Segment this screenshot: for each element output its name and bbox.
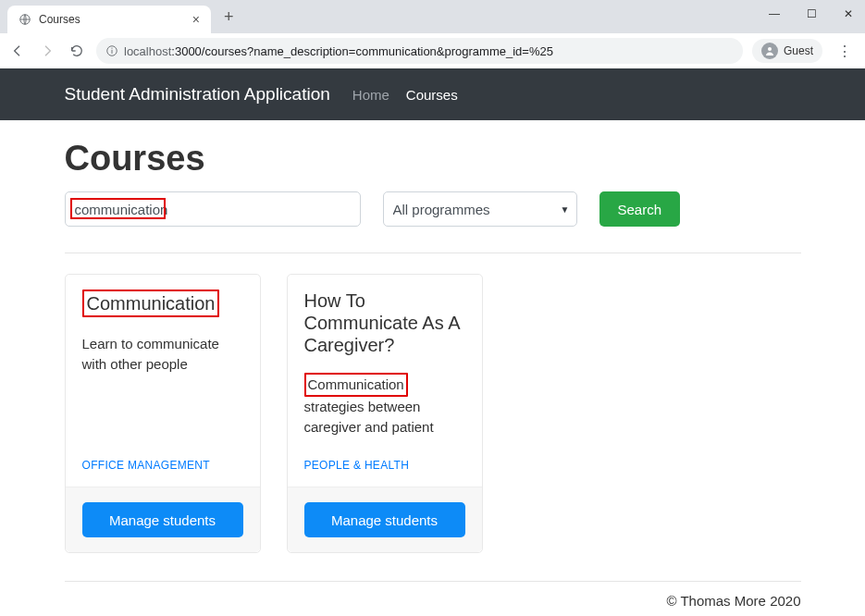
back-button[interactable]	[7, 41, 28, 61]
address-bar: localhost:3000/courses?name_description=…	[0, 33, 865, 68]
manage-students-button[interactable]: Manage students	[304, 502, 465, 537]
course-card: How To Communicate As A Caregiver? Commu…	[287, 274, 483, 553]
app-navbar: Student Administration Application Home …	[0, 68, 865, 120]
brand[interactable]: Student Administration Application	[65, 84, 330, 105]
course-title: How To Communicate As A Caregiver?	[304, 290, 465, 356]
course-tag[interactable]: OFFICE MANAGEMENT	[82, 459, 243, 472]
course-tag[interactable]: PEOPLE & HEALTH	[304, 459, 465, 472]
course-card: Communication Learn to communicate with …	[65, 274, 261, 553]
close-window-icon[interactable]: ✕	[835, 4, 861, 24]
browser-tab[interactable]: Courses ×	[7, 6, 211, 33]
url-host: localhost	[124, 44, 171, 58]
card-footer: Manage students	[66, 487, 260, 552]
close-tab-icon[interactable]: ×	[192, 12, 200, 27]
page-container: Courses All programmes ▼ Search Communic…	[54, 120, 812, 616]
nav-link-courses[interactable]: Courses	[406, 87, 458, 103]
info-icon	[105, 44, 118, 57]
guest-pill[interactable]: Guest	[752, 39, 822, 63]
reload-button[interactable]	[67, 41, 87, 61]
url-path: :3000/courses?name_description=communica…	[171, 44, 553, 58]
footer-text: © Thomas More 2020	[65, 582, 801, 616]
browser-menu-icon[interactable]: ⋮	[832, 43, 858, 60]
highlight-box: Communication	[82, 290, 220, 317]
tab-title: Courses	[39, 13, 80, 26]
search-input[interactable]	[65, 191, 361, 227]
course-title: Communication	[82, 290, 243, 317]
programme-select[interactable]: All programmes	[383, 191, 577, 227]
forward-button[interactable]	[37, 41, 57, 61]
globe-icon	[19, 13, 31, 26]
avatar-icon	[761, 43, 778, 59]
svg-point-4	[768, 47, 772, 51]
programme-select-wrap: All programmes ▼	[383, 191, 577, 227]
url-box[interactable]: localhost:3000/courses?name_description=…	[96, 38, 743, 64]
svg-point-3	[111, 48, 112, 49]
minimize-icon[interactable]: —	[761, 4, 787, 24]
search-input-wrap	[65, 191, 361, 227]
search-button[interactable]: Search	[599, 191, 681, 227]
divider	[65, 253, 801, 253]
tab-bar: Courses × + — ☐ ✕	[0, 0, 865, 33]
new-tab-button[interactable]: +	[218, 6, 240, 29]
browser-chrome: Courses × + — ☐ ✕ localhost:3000/courses…	[0, 0, 865, 68]
maximize-icon[interactable]: ☐	[798, 4, 824, 24]
course-description: Communication strategies between caregiv…	[304, 373, 465, 437]
nav-link-home[interactable]: Home	[352, 87, 389, 103]
window-controls: — ☐ ✕	[761, 4, 861, 24]
page-title: Courses	[65, 139, 801, 179]
search-row: All programmes ▼ Search	[65, 191, 801, 227]
card-footer: Manage students	[288, 487, 482, 552]
manage-students-button[interactable]: Manage students	[82, 502, 243, 537]
guest-label: Guest	[784, 44, 813, 57]
cards-row: Communication Learn to communicate with …	[65, 274, 801, 553]
course-description: Learn to communicate with other people	[82, 334, 243, 375]
highlight-box: Communication	[304, 373, 408, 397]
